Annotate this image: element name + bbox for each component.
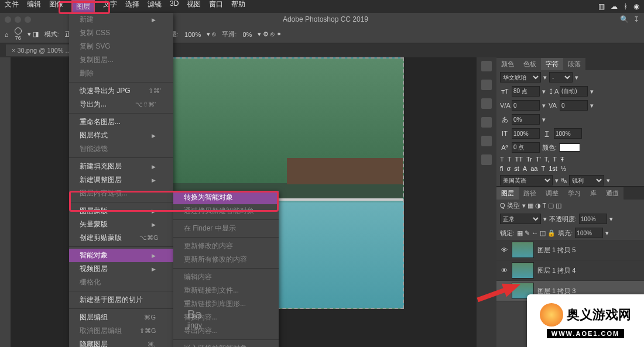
- character-panel-tabs: 颜色色板字符段落: [496, 57, 644, 70]
- panel-tab[interactable]: 图层: [496, 187, 519, 200]
- menu-item: 智能滤镜: [69, 142, 173, 156]
- layer-fill-input[interactable]: [575, 228, 603, 238]
- menu-item: 栅格化: [69, 276, 173, 289]
- menu-item[interactable]: 视频图层: [69, 262, 173, 276]
- tool-strip[interactable]: [0, 57, 11, 347]
- menu-item[interactable]: 导出为...⌥⇧⌘': [69, 98, 173, 111]
- menu-item: 复制 SVG: [69, 40, 173, 53]
- menubar-item[interactable]: 滤镜: [148, 0, 162, 14]
- lock-icons[interactable]: ▦ ✎ ↔ ◫ 🔒: [517, 229, 556, 237]
- menubar-item[interactable]: 帮助: [231, 0, 245, 14]
- text-style-button[interactable]: T: [500, 156, 504, 163]
- visibility-icon[interactable]: 👁: [500, 267, 508, 274]
- panel-tab[interactable]: 字符: [541, 58, 563, 70]
- menu-item[interactable]: 智能对象: [69, 249, 173, 262]
- menu-item[interactable]: 矢量蒙版: [69, 218, 173, 231]
- blend-mode-select[interactable]: 正常: [500, 214, 541, 224]
- antialias-select[interactable]: 锐利: [569, 175, 604, 185]
- layer-row[interactable]: 👁图层 1 拷贝 4: [496, 260, 644, 281]
- menu-item[interactable]: 快速导出为 JPG⇧⌘': [69, 84, 173, 98]
- panel-tab[interactable]: 调整: [541, 187, 563, 200]
- smoothing-value[interactable]: 0%: [242, 31, 252, 38]
- text-style-button[interactable]: T': [536, 156, 541, 163]
- layer-opacity-input[interactable]: [579, 214, 607, 224]
- menu-item[interactable]: 新建调整图层: [69, 173, 173, 187]
- home-icon[interactable]: ⌂: [5, 31, 9, 38]
- text-style-button[interactable]: T,: [544, 156, 550, 163]
- strip-icon[interactable]: [481, 98, 492, 109]
- panel-tab[interactable]: 学习: [563, 187, 585, 200]
- color-label: 颜色:: [542, 143, 557, 152]
- panel-tab[interactable]: 段落: [563, 58, 585, 70]
- font-size-input[interactable]: [512, 86, 540, 97]
- text-style-button[interactable]: aa: [530, 165, 537, 172]
- menu-item: 删除: [69, 67, 173, 80]
- strip-icon[interactable]: [481, 154, 492, 165]
- close-dot[interactable]: [5, 16, 11, 23]
- brush-preview[interactable]: 76: [15, 28, 22, 41]
- menu-item[interactable]: 新建基于图层的切片: [69, 293, 173, 307]
- panel-tab[interactable]: 颜色: [496, 58, 519, 70]
- text-style-button[interactable]: ½: [561, 165, 566, 172]
- menubar-item[interactable]: 文字: [103, 0, 117, 14]
- text-style-button[interactable]: fi: [500, 165, 503, 172]
- panel-tab[interactable]: 库: [585, 187, 601, 200]
- menubar-item[interactable]: 选择: [125, 0, 139, 14]
- text-style-button[interactable]: A: [523, 165, 527, 172]
- language-select[interactable]: 美国英语: [500, 175, 553, 185]
- menu-item[interactable]: 图层编组⌘G: [69, 311, 173, 324]
- hscale-input[interactable]: [554, 128, 582, 139]
- visibility-icon[interactable]: 👁: [500, 246, 508, 253]
- menu-item[interactable]: 重命名图层...: [69, 115, 173, 129]
- text-style-button[interactable]: T: [508, 156, 512, 163]
- panel-tab[interactable]: 路径: [519, 187, 541, 200]
- menu-item[interactable]: 图层样式: [69, 129, 173, 142]
- menu-item[interactable]: 创建剪贴蒙版⌥⌘G: [69, 231, 173, 245]
- menu-item: 复制图层...: [69, 53, 173, 67]
- max-dot[interactable]: [25, 16, 31, 23]
- text-style-button[interactable]: Ŧ: [560, 156, 564, 163]
- menu-item[interactable]: 新建填充图层: [69, 160, 173, 173]
- text-style-button[interactable]: T: [541, 165, 545, 172]
- strip-icon[interactable]: [481, 80, 492, 90]
- font-style-select[interactable]: -: [549, 72, 573, 83]
- menu-item[interactable]: 图层蒙版: [69, 204, 173, 218]
- tracking-input[interactable]: [560, 100, 588, 111]
- text-style-button[interactable]: T: [553, 156, 557, 163]
- vscale-icon: IT: [500, 130, 509, 137]
- menu-item[interactable]: 隐藏图层⌘,: [69, 338, 173, 347]
- menubar-item[interactable]: 窗口: [209, 0, 223, 14]
- menubar-item[interactable]: 3D: [170, 0, 179, 14]
- kerning-input[interactable]: [512, 100, 540, 111]
- font-family-select[interactable]: 华文琥珀: [500, 72, 541, 83]
- strip-icon[interactable]: [481, 117, 492, 128]
- search-icon[interactable]: 🔍: [620, 15, 629, 23]
- strip-icon[interactable]: [481, 61, 492, 71]
- layer-kind-label[interactable]: Q 类型: [500, 201, 520, 210]
- tsume-input[interactable]: [512, 114, 540, 125]
- layer-thumb: [512, 242, 534, 258]
- text-style-button[interactable]: TT: [515, 156, 522, 163]
- share-icon[interactable]: ↧: [633, 15, 639, 23]
- text-style-button[interactable]: 1st: [549, 165, 557, 172]
- leading-input[interactable]: [560, 86, 588, 97]
- menu-item[interactable]: 转换为智能对象: [173, 191, 279, 204]
- min-dot[interactable]: [15, 16, 21, 23]
- document-tab[interactable]: × 30.png @ 100% ...: [6, 44, 77, 56]
- text-style-button[interactable]: st: [514, 165, 519, 172]
- text-style-button[interactable]: σ: [507, 165, 511, 172]
- menubar-item[interactable]: 编辑: [27, 0, 41, 14]
- baseline-input[interactable]: [512, 142, 540, 153]
- vscale-input[interactable]: [512, 128, 540, 139]
- layer-row[interactable]: 👁图层 1 拷贝 5: [496, 240, 644, 260]
- strip-icon[interactable]: [481, 136, 492, 146]
- text-style-button[interactable]: Tr: [526, 156, 532, 163]
- panel-tab[interactable]: 通道: [601, 187, 624, 200]
- menubar-item[interactable]: 视图: [187, 0, 201, 14]
- menubar-item[interactable]: 图层: [71, 0, 95, 14]
- text-color-swatch[interactable]: [559, 143, 580, 152]
- panel-tab[interactable]: 色板: [519, 58, 541, 70]
- menubar-item[interactable]: 图像: [49, 0, 63, 14]
- flow-value[interactable]: 100%: [184, 31, 201, 38]
- menubar-item[interactable]: 文件: [5, 0, 19, 14]
